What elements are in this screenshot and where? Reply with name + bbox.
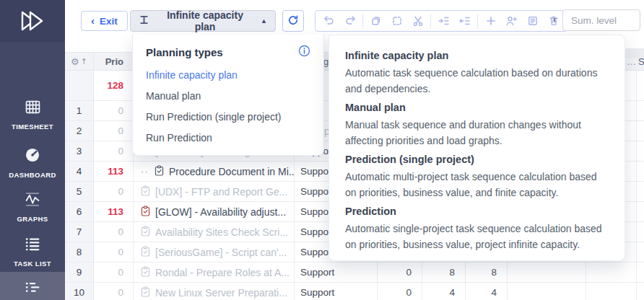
sidebar-item-timesheet[interactable]: TIMESHEET bbox=[0, 100, 65, 131]
task-icon bbox=[141, 266, 150, 279]
toolbar-collapse-icon[interactable]: ‹ bbox=[553, 14, 556, 25]
empty-cell bbox=[637, 242, 644, 262]
empty-cell bbox=[637, 71, 644, 100]
prio-column-header[interactable]: Prio bbox=[94, 53, 134, 70]
planning-type-label: Infinite capacity plan bbox=[156, 9, 254, 32]
popover-section: Prediction (single project)Automatic mul… bbox=[345, 154, 609, 200]
capacity-icon bbox=[139, 14, 149, 27]
task-cell[interactable]: [GLOW] - Availability adjust... bbox=[134, 202, 295, 221]
edit-toolbar-group bbox=[315, 10, 567, 32]
chevron-up-icon: ▲ bbox=[261, 17, 267, 25]
task-icon bbox=[141, 286, 150, 299]
add-task-button[interactable] bbox=[480, 11, 501, 31]
task-cell[interactable]: Availability Sites Check Scri... bbox=[134, 222, 295, 242]
refresh-button[interactable] bbox=[282, 10, 304, 32]
empty-cell bbox=[637, 262, 644, 282]
sidebar-item-task-list[interactable]: TASK LIST bbox=[0, 237, 65, 268]
empty-cell bbox=[637, 283, 644, 300]
timesheet-icon bbox=[25, 100, 41, 118]
popover-section-body: Automatic multi-project task sequence ca… bbox=[345, 169, 609, 200]
row-number-cell: 6 bbox=[65, 202, 94, 221]
app-window: ⚙↑ Prio g … S 1281020p30[OTEDGE] - Test … bbox=[0, 0, 644, 300]
toolbar-separator bbox=[430, 14, 431, 27]
menu-title: Planning types bbox=[146, 46, 223, 58]
drag-handle[interactable]: ·· bbox=[141, 167, 149, 177]
value-cell: 0 bbox=[378, 262, 422, 282]
refresh-icon bbox=[287, 14, 299, 28]
empty-cell bbox=[637, 182, 644, 201]
menu-item-infinite-capacity-plan[interactable]: Infinite capacity plan bbox=[146, 69, 310, 81]
task-name: Rondal - Prepare Roles at A... bbox=[155, 267, 290, 278]
row-number-cell: 3 bbox=[65, 141, 94, 161]
menu-item-run-prediction-single-project-[interactable]: Run Prediction (single project) bbox=[146, 111, 310, 123]
table-row[interactable]: 90Rondal - Prepare Roles at A...Support0… bbox=[65, 262, 644, 283]
column-settings-header[interactable]: ⚙↑ bbox=[65, 53, 94, 70]
task-name: Availability Sites Check Scri... bbox=[155, 226, 288, 238]
empty-cell bbox=[508, 283, 586, 300]
popover-section-body: Automatic single-project task sequence c… bbox=[345, 221, 609, 252]
chevron-left-icon: ‹ bbox=[91, 15, 95, 26]
undo-icon bbox=[323, 15, 335, 27]
row-number-cell: 4 bbox=[65, 162, 94, 181]
task-name: [UDX] - FTP and Report Ge... bbox=[155, 186, 287, 198]
value-cell: 8 bbox=[422, 262, 466, 282]
prio-cell: 0 bbox=[94, 242, 134, 262]
task-cell[interactable]: ··Procedure Document in Mi... bbox=[134, 162, 295, 181]
table-row[interactable]: 100New Linux Server Preparati...Support0… bbox=[65, 283, 644, 300]
popover-section-body: Manual task sequence and duration change… bbox=[345, 117, 609, 149]
copy-button[interactable] bbox=[365, 11, 386, 31]
prio-cell: 113 bbox=[94, 162, 134, 181]
planning-type-dropdown-button[interactable]: Infinite capacity plan ▲ bbox=[130, 10, 276, 32]
indent-button[interactable] bbox=[433, 11, 454, 31]
popover-section: Infinite capacity planAutomatic task seq… bbox=[345, 50, 609, 97]
row-number-cell: 7 bbox=[65, 222, 94, 242]
cut-button[interactable] bbox=[407, 11, 428, 31]
sidebar: TIMESHEETDASHBOARDGRAPHSTASK LIST bbox=[0, 0, 65, 300]
sidebar-item-label: DASHBOARD bbox=[9, 171, 56, 179]
sidebar-item-dashboard[interactable]: DASHBOARD bbox=[0, 147, 65, 179]
task-cell[interactable]: Rondal - Prepare Roles at A... bbox=[134, 262, 295, 282]
empty-cell bbox=[637, 162, 644, 181]
row-number-cell: 8 bbox=[65, 242, 94, 262]
task-cell[interactable]: [UDX] - FTP and Report Ge... bbox=[134, 182, 295, 201]
add-task-icon bbox=[485, 15, 497, 27]
group-cell: Support bbox=[295, 262, 378, 282]
value-cell: 8 bbox=[466, 262, 508, 282]
app-logo[interactable] bbox=[0, 0, 65, 42]
prio-cell: 0 bbox=[94, 121, 134, 141]
sort-asc-icon: ↑ bbox=[81, 57, 87, 66]
menu-item-run-prediction[interactable]: Run Prediction bbox=[146, 132, 310, 144]
sidebar-item-graphs[interactable]: GRAPHS bbox=[0, 192, 65, 223]
add-summary-button[interactable] bbox=[522, 11, 543, 31]
empty-cell bbox=[637, 222, 644, 242]
paste-special-button[interactable] bbox=[386, 11, 407, 31]
sidebar-item-wbs[interactable] bbox=[0, 272, 65, 300]
undo-button[interactable] bbox=[318, 11, 339, 31]
task-name: Procedure Document in Mi... bbox=[169, 166, 295, 177]
empty-cell bbox=[637, 141, 644, 161]
task-list-icon bbox=[25, 237, 40, 255]
task-cell[interactable]: [SeriousGame] - Script can'... bbox=[134, 242, 295, 262]
add-summary-icon bbox=[527, 15, 539, 27]
popover-section-title: Infinite capacity plan bbox=[345, 50, 609, 61]
add-assignee-button[interactable] bbox=[501, 11, 522, 31]
exit-button[interactable]: ‹ Exit bbox=[81, 11, 128, 31]
task-cell[interactable]: New Linux Server Preparati... bbox=[134, 283, 295, 300]
graphs-icon bbox=[24, 192, 41, 210]
menu-item-manual-plan[interactable]: Manual plan bbox=[146, 90, 310, 102]
empty-cell bbox=[637, 202, 644, 221]
gear-icon: ⚙ bbox=[71, 56, 79, 67]
redo-button[interactable] bbox=[339, 11, 360, 31]
prio-cell: 128 bbox=[94, 71, 134, 100]
sum-level-input[interactable] bbox=[562, 9, 640, 31]
empty-cell bbox=[637, 121, 644, 141]
task-icon bbox=[141, 226, 150, 239]
sidebar-item-label: GRAPHS bbox=[17, 215, 48, 223]
info-icon[interactable] bbox=[298, 45, 310, 60]
add-assignee-icon bbox=[505, 15, 518, 27]
planning-types-info-popover: Infinite capacity planAutomatic task seq… bbox=[328, 35, 625, 261]
task-name: New Linux Server Preparati... bbox=[155, 287, 287, 299]
outdent-button[interactable] bbox=[454, 11, 475, 31]
value-cell: 0 bbox=[378, 283, 422, 300]
wbs-icon bbox=[25, 281, 40, 299]
